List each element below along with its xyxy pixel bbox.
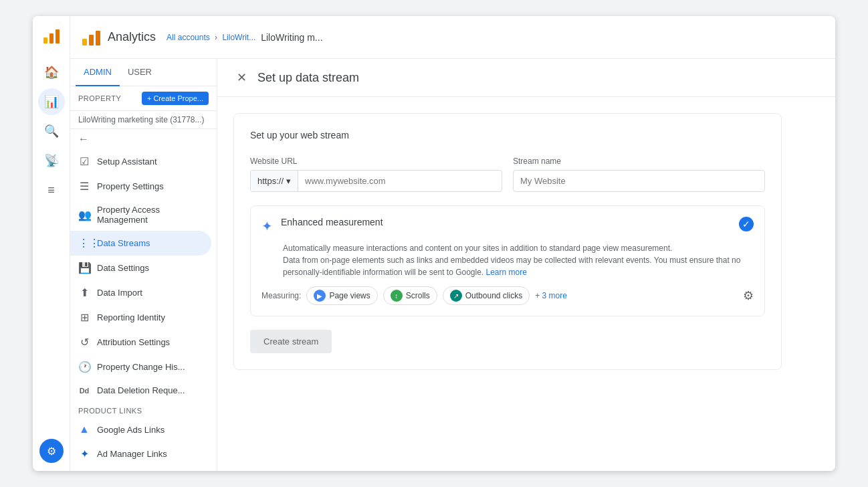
stream-card-title: Set up your web stream — [250, 130, 765, 140]
sidebar-item-label: Setup Assistant — [97, 157, 157, 167]
app-logo[interactable] — [39, 24, 64, 48]
explore-icon[interactable]: 🔍 — [38, 118, 65, 144]
sidebar-item-label: Property Access Management — [97, 205, 203, 225]
admin-user-tabs: ADMIN USER — [70, 59, 217, 86]
sidebar-item-attribution-settings[interactable]: ↺ Attribution Settings — [70, 330, 211, 355]
setup-assistant-icon: ☑ — [78, 155, 90, 168]
scrolls-dot: ↕ — [391, 290, 403, 302]
svg-rect-0 — [43, 37, 47, 43]
measuring-label: Measuring: — [261, 291, 301, 300]
outbound-clicks-label: Outbound clicks — [465, 291, 522, 300]
stream-name-label: Stream name — [513, 157, 765, 166]
scrolls-badge: ↕ Scrolls — [383, 286, 437, 305]
scrolls-label: Scrolls — [406, 291, 430, 300]
configure-icon[interactable]: ≡ — [38, 177, 65, 203]
tab-user[interactable]: USER — [120, 59, 160, 86]
breadcrumb-accounts[interactable]: All accounts — [167, 33, 210, 42]
chevron-down-icon: ▾ — [286, 176, 291, 186]
icon-rail: 🏠 📊 🔍 📡 ≡ ⚙ — [33, 16, 70, 471]
sidebar-item-label: Data Streams — [97, 238, 150, 248]
website-url-input[interactable] — [298, 171, 502, 191]
website-url-group: Website URL https:// ▾ — [250, 157, 502, 192]
url-protocol-selector[interactable]: https:// ▾ — [251, 171, 298, 191]
property-section: Property + Create Prope... — [70, 86, 217, 111]
modal-close-button[interactable]: ✕ — [233, 70, 249, 86]
svg-rect-4 — [89, 35, 94, 45]
home-icon[interactable]: 🏠 — [38, 59, 65, 86]
sidebar-item-ad-manager[interactable]: ✦ Ad Manager Links — [70, 442, 211, 466]
tab-admin[interactable]: ADMIN — [76, 59, 120, 86]
stream-name-input[interactable] — [513, 170, 765, 192]
enhanced-toggle[interactable]: ✓ — [739, 217, 754, 231]
sidebar-item-property-settings[interactable]: ☰ Property Settings — [70, 174, 211, 199]
create-property-button[interactable]: + Create Prope... — [142, 92, 209, 105]
reporting-identity-icon: ⊞ — [78, 311, 90, 324]
sidebar-item-label: Data Settings — [97, 263, 149, 273]
sidebar-item-property-change[interactable]: 🕐 Property Change His... — [70, 355, 211, 379]
sidebar-item-data-streams[interactable]: ⋮⋮ Data Streams — [70, 231, 211, 256]
sidebar-item-label: Data Import — [97, 288, 142, 298]
sidebar-item-google-ads[interactable]: ▲ Google Ads Links — [70, 417, 211, 442]
website-url-label: Website URL — [250, 157, 502, 166]
data-deletion-icon: Dd — [78, 387, 90, 395]
data-streams-icon: ⋮⋮ — [78, 237, 90, 250]
svg-rect-1 — [49, 33, 53, 43]
property-info: LiloWriting marketing site (31778...) — [70, 111, 217, 129]
top-bar: Analytics All accounts › LiloWrit... Lil… — [70, 16, 835, 59]
property-section-label: Property — [78, 94, 121, 102]
learn-more-link[interactable]: Learn more — [486, 268, 527, 277]
property-display-name: LiloWriting m... — [261, 32, 322, 43]
enhanced-measurement-card: ✦ Enhanced measurement ✓ Automatically m… — [250, 205, 765, 316]
main-content: Analytics All accounts › LiloWrit... Lil… — [70, 16, 835, 471]
sidebar-item-bigquery[interactable]: ◉ BigQuery Links — [70, 466, 211, 471]
protocol-text: https:// — [257, 176, 284, 186]
sidebar-item-label: Property Settings — [97, 181, 164, 191]
create-stream-button[interactable]: Create stream — [250, 330, 332, 353]
back-icon: ← — [78, 133, 89, 145]
sidebar-item-property-access[interactable]: 👥 Property Access Management — [70, 199, 211, 231]
sidebar-item-label: Ad Manager Links — [97, 449, 167, 459]
analytics-logo: Analytics — [81, 27, 156, 48]
advertising-icon[interactable]: 📡 — [38, 147, 65, 174]
enhanced-desc-text1: Automatically measure interactions and c… — [283, 243, 672, 253]
sidebar-item-label: Attribution Settings — [97, 337, 170, 347]
enhanced-title: Enhanced measurement — [281, 217, 731, 227]
page-views-badge: ▶ Page views — [306, 286, 377, 305]
measurement-settings-icon[interactable]: ⚙ — [743, 288, 754, 303]
outbound-clicks-dot: ↗ — [450, 290, 462, 302]
sidebar-item-label: Property Change His... — [97, 362, 185, 372]
property-change-icon: 🕐 — [78, 361, 90, 373]
sidebar-item-label: Google Ads Links — [97, 425, 165, 435]
property-settings-icon: ☰ — [78, 180, 90, 193]
measuring-row: Measuring: ▶ Page views ↕ Scrolls — [261, 286, 754, 305]
back-button[interactable]: ← — [70, 129, 217, 149]
enhanced-header: ✦ Enhanced measurement ✓ — [261, 217, 754, 234]
form-row-url: Website URL https:// ▾ — [250, 157, 765, 192]
sidebar-item-reporting-identity[interactable]: ⊞ Reporting Identity — [70, 305, 211, 330]
enhanced-desc: Automatically measure interactions and c… — [283, 242, 754, 278]
modal-title: Set up data stream — [257, 71, 359, 85]
svg-rect-3 — [82, 39, 87, 45]
product-links-label: PRODUCT LINKS — [70, 401, 217, 417]
sidebar-item-label: Reporting Identity — [97, 312, 165, 322]
svg-rect-5 — [96, 31, 100, 45]
ad-manager-icon: ✦ — [78, 448, 90, 460]
sidebar-item-setup-assistant[interactable]: ☑ Setup Assistant — [70, 149, 211, 174]
modal-overlay: ✕ Set up data stream Set up your web str… — [217, 59, 835, 471]
account-settings-button[interactable]: ⚙ — [39, 439, 64, 463]
reports-icon[interactable]: 📊 — [38, 88, 65, 115]
more-measurements-badge[interactable]: + 3 more — [535, 291, 567, 300]
breadcrumb: All accounts › LiloWrit... — [167, 33, 255, 42]
breadcrumb-property[interactable]: LiloWrit... — [222, 33, 255, 42]
sidebar-item-data-settings[interactable]: 💾 Data Settings — [70, 256, 211, 280]
stream-card: Set up your web stream Website URL https… — [233, 113, 782, 370]
sidebar-item-label: Data Deletion Reque... — [97, 385, 185, 395]
url-input-group: https:// ▾ — [250, 170, 502, 192]
sidebar-item-data-deletion[interactable]: Dd Data Deletion Reque... — [70, 379, 211, 401]
page-views-label: Page views — [329, 291, 370, 300]
stream-name-group: Stream name — [513, 157, 765, 192]
sidebar: ADMIN USER Property + Create Prope... Li… — [70, 59, 217, 471]
analytics-title: Analytics — [108, 30, 156, 44]
modal-body: Set up your web stream Website URL https… — [217, 97, 835, 471]
sidebar-item-data-import[interactable]: ⬆ Data Import — [70, 280, 211, 305]
